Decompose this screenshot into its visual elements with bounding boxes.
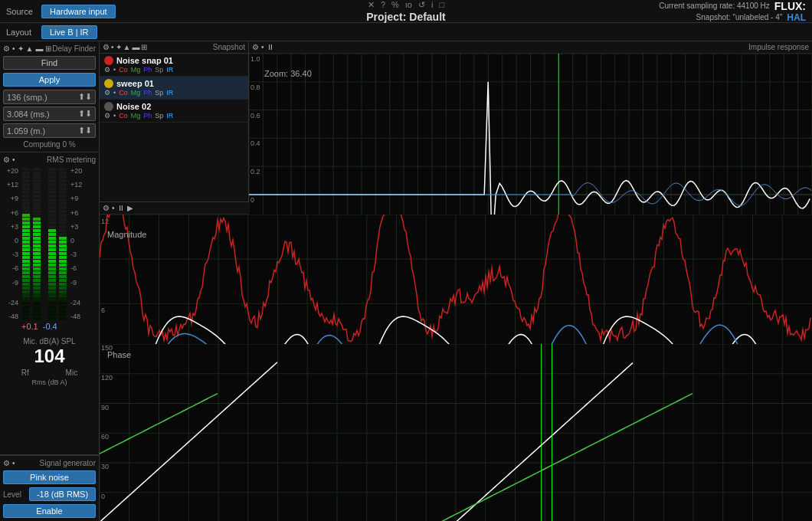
flux-logo: FLUX: [774,0,806,12]
phase-canvas[interactable] [100,344,812,521]
snapshot-name-2: sweep 01 [116,79,154,88]
gear-icon-tf[interactable]: ⚙ [103,204,110,212]
meter-bar-2 [32,167,41,320]
minus-icon[interactable]: ▬ [35,44,43,53]
gear-icon[interactable]: ⚙ [3,44,10,53]
progress-text: Computing 0 % [3,140,96,149]
icon-refresh[interactable]: ↺ [418,0,425,10]
second-bar: Layout Live B | IR [0,23,812,41]
rf-mic-row: Rf Mic [3,369,96,377]
gear-icon-s2[interactable]: ⚙ [104,89,110,97]
top-bar: Source Hardware input ✕ ? % ıo ↺ i □ Pro… [0,0,812,23]
pause-icon-tf[interactable]: ⏸ [117,204,125,212]
snapshot-icon-gray [104,102,113,111]
icon-question[interactable]: ? [381,0,385,10]
toolbar-icons: ⚙ • ✦ ▲ ▬ ⊞ [3,44,51,53]
impulse-title: Impulse response [748,43,809,51]
left-panel: ⚙ • ✦ ▲ ▬ ⊞ Delay Finder Find Apply 136 … [0,41,100,521]
apply-button[interactable]: Apply [3,73,96,87]
dot-s3[interactable]: • [113,112,116,120]
icon-info[interactable]: i [431,0,433,10]
phase-panel: Phase Helios Pro Audio Solutions [100,344,812,521]
signal-gen-label: Signal generator [40,459,96,467]
transfer-function-panel: ⚙ • ⏸ ▶ Transfer function Magnitude [100,202,812,344]
layout-control: Layout Live B | IR [6,25,175,39]
up-icon[interactable]: ▲ [26,44,34,53]
ch-ph-3: Ph [143,112,152,120]
grid-icon[interactable]: ⊞ [45,44,51,53]
delay-finder-toolbar: ⚙ • ✦ ▲ ▬ ⊞ Delay Finder [3,44,96,53]
snapshot-name-1: Noise snap 01 [116,56,173,65]
meter-bar-3 [47,167,57,320]
layout-button[interactable]: Live B | IR [41,25,97,39]
icon-io[interactable]: ıo [405,0,412,10]
snapshots-toolbar: ⚙ • ✦ ▲ ▬ ⊞ [103,43,147,51]
top-bar-right: Current sampling rate: 44100 Hz FLUX: Sn… [659,0,806,23]
dot-icon-imp[interactable]: • [261,43,264,51]
dot-icon-meter[interactable]: • [12,156,15,164]
db-readings-row: +0.1 -0.4 [3,322,96,331]
gear-icon-s1[interactable]: ⚙ [104,66,110,74]
snap-and-charts: ⚙ • ✦ ▲ ▬ ⊞ Snapshot Noise snap 01 [100,41,812,521]
ch-sp-3: Sp [155,112,163,120]
delay-finder-section: ⚙ • ✦ ▲ ▬ ⊞ Delay Finder Find Apply 136 … [0,41,99,152]
snapshot-item-1[interactable]: Noise snap 01 ⚙ • Co Mg Ph Sp IR [100,54,248,77]
dot-s1[interactable]: • [113,66,116,74]
plus-icon[interactable]: ✦ [18,44,24,53]
gear-icon-sig[interactable]: ⚙ [3,459,10,467]
icon-x[interactable]: ✕ [368,0,375,10]
snapshot-item-2[interactable]: sweep 01 ⚙ • Co Mg Ph Sp IR [100,77,248,100]
icon-percent[interactable]: % [391,0,399,10]
impulse-response-panel: ⚙ • ⏸ Impulse response Zoom: 36.40 [249,41,812,202]
grid-icon-snap[interactable]: ⊞ [141,43,147,51]
main-layout: ⚙ • ✦ ▲ ▬ ⊞ Delay Finder Find Apply 136 … [0,41,812,521]
gear-icon-s3[interactable]: ⚙ [104,112,110,120]
rf-label: Rf [21,369,29,377]
dot-icon[interactable]: • [12,44,15,53]
mic-spl-section: Mic. dB(A) SPL 104 [3,337,96,367]
gear-icon-snap[interactable]: ⚙ [103,43,110,51]
db-reading-1: +0.1 [21,322,38,331]
pink-noise-button[interactable]: Pink noise [3,470,96,484]
ch-ir-2: IR [166,89,173,97]
meter-bars [21,167,67,320]
play-icon-tf[interactable]: ▶ [127,204,133,212]
impulse-header: ⚙ • ⏸ Impulse response [249,41,812,54]
snapshot-info: Snapshot: "unlabeled - 4" [696,13,783,21]
snapshots-header: ⚙ • ✦ ▲ ▬ ⊞ Snapshot [100,41,248,54]
mic-spl-label: Mic. dB(A) SPL [3,337,96,346]
dot-s2[interactable]: • [113,89,116,97]
snapshot-name-3: Noise 02 [116,102,151,111]
icon-window[interactable]: □ [439,0,444,10]
gear-icon-imp[interactable]: ⚙ [252,43,259,51]
plus-icon-snap[interactable]: ✦ [116,43,122,51]
snapshot-item-3[interactable]: Noise 02 ⚙ • Co Mg Ph Sp IR [100,100,248,123]
project-title: Project: Default [366,11,445,23]
snapshot-icon-yellow [104,79,113,88]
ch-ir-3: IR [166,112,173,120]
minus-icon-snap[interactable]: ▬ [132,43,139,51]
gear-icon-meter[interactable]: ⚙ [3,156,10,164]
dot-icon-snap[interactable]: • [111,43,114,51]
dot-icon-sig[interactable]: • [12,459,15,467]
phase-chart-label: Phase [107,350,131,359]
delay-finder-label: Delay Finder [52,44,96,53]
db-reading-2: -0.4 [43,322,57,331]
snapshot-label: Snapshot [213,43,245,51]
meter-bar-1 [21,167,31,320]
source-layout-controls: Source Hardware input [6,5,175,18]
ch-co-3: Co [119,112,128,120]
phase-chart-container: Phase [100,344,812,521]
hal-logo: HAL [787,12,806,23]
up-icon-snap[interactable]: ▲ [123,43,131,51]
enable-button[interactable]: Enable [3,504,96,518]
meter-header: ⚙ • RMS metering [3,156,96,164]
source-button[interactable]: Hardware input [41,5,116,18]
find-button[interactable]: Find [3,56,96,70]
snapshot-channels-3: ⚙ • Co Mg Ph Sp IR [104,112,244,120]
dot-icon-tf[interactable]: • [112,204,115,212]
mic-label-bottom: Mic [66,369,78,377]
rms-meter-section: ⚙ • RMS metering +20 +12 +9 +6 +3 0 -3 -… [0,152,99,455]
pause-icon-imp[interactable]: ⏸ [267,43,274,51]
ch-mg-2: Mg [131,89,141,97]
